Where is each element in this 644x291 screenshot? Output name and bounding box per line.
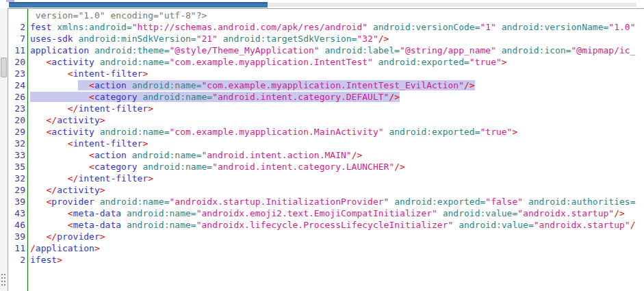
code-line[interactable]: </activity>	[30, 184, 644, 196]
token	[127, 150, 132, 160]
token: <	[89, 150, 94, 160]
code-line[interactable]: <category android:name="android.intent.c…	[30, 91, 644, 103]
code-line[interactable]: fest xmlns:android="http://schemas.andro…	[30, 21, 644, 33]
code-line[interactable]: version="1.0" encoding="utf-8"?>	[30, 10, 644, 21]
token: android:value=	[459, 220, 534, 230]
token: android:name=	[132, 150, 202, 160]
line-number: 11	[8, 242, 25, 254]
token	[121, 208, 127, 218]
selected-token: android:name=	[132, 80, 202, 90]
token	[523, 197, 528, 207]
code-line[interactable]: <meta-data android:name="androidx.lifecy…	[30, 219, 644, 231]
token	[30, 162, 89, 172]
token: "androidx.startup"	[517, 208, 614, 218]
token: "true"	[469, 57, 502, 67]
token: </	[46, 115, 57, 125]
line-number: 33	[8, 149, 25, 161]
token: action	[94, 150, 127, 160]
code-line[interactable]: <intent-filter>	[30, 138, 644, 149]
line-number: 39	[8, 196, 25, 207]
line-number: 24	[8, 79, 25, 91]
line-number: 32	[8, 138, 25, 149]
token	[30, 57, 46, 67]
selected-token: "com.example.myapplication.IntentTest_Ev…	[201, 80, 464, 90]
token: "1"	[480, 22, 495, 32]
code-line[interactable]: <action android:name="android.intent.act…	[30, 149, 644, 161]
gutter-divider	[27, 9, 28, 291]
token: "1.0"	[608, 22, 635, 32]
token: /	[30, 243, 36, 253]
token: </	[68, 173, 79, 184]
line-number: 11	[8, 45, 25, 56]
selected-token: category	[94, 92, 138, 102]
code-line[interactable]: application android:theme="@style/Theme_…	[30, 45, 644, 56]
token: intent-filter	[78, 103, 148, 114]
token: activity	[57, 185, 100, 195]
token: <	[68, 138, 73, 149]
token: >	[94, 243, 100, 253]
selected-token: "android.intent.category.DEFAULT"	[212, 92, 389, 102]
code-line[interactable]: <provider android:name="androidx.startup…	[30, 196, 644, 207]
code-line[interactable]: <meta-data android:name="androidx.emoji2…	[30, 207, 644, 219]
token: android:minSdkVersion=	[78, 34, 196, 44]
token: intent-filter	[73, 68, 143, 79]
line-number: 23	[8, 68, 25, 79]
code-line[interactable]: <activity android:name="com.example.myap…	[30, 126, 644, 138]
token	[453, 220, 459, 230]
token: >	[512, 127, 517, 137]
selected-token	[127, 80, 132, 90]
code-line[interactable]: <category android:name="android.intent.c…	[30, 161, 644, 173]
code-line[interactable]: </activity>	[30, 114, 644, 126]
code-line[interactable]: </intent-filter>	[30, 103, 644, 114]
token: xmlns:android=	[57, 22, 132, 32]
token	[30, 138, 68, 149]
code-line[interactable]: </intent-filter>	[30, 173, 644, 184]
token: "32"	[357, 34, 378, 44]
token: /	[630, 220, 636, 230]
code-line[interactable]: <intent-filter>	[30, 68, 644, 79]
token: "androidx.startup.InitializationProvider…	[170, 197, 389, 207]
token: "21"	[196, 34, 218, 44]
code-line[interactable]: </provider>	[30, 231, 644, 242]
token	[437, 208, 443, 218]
token: >	[57, 255, 62, 265]
horizontal-scrollbar-thumb[interactable]	[9, 2, 268, 8]
token: version="1.0" encoding="utf-8"?>	[30, 10, 207, 21]
token: meta-data	[73, 208, 121, 218]
code-line[interactable]: <action android:name="com.example.myappl…	[30, 79, 644, 91]
token: application	[36, 243, 94, 253]
xml-editor-panel: 271120232426232029323335322939434639112 …	[8, 8, 644, 291]
token: category	[94, 162, 138, 172]
selected-token	[30, 92, 89, 102]
code-line[interactable]: uses-sdk android:minSdkVersion="21" andr…	[30, 33, 644, 45]
token: <	[89, 162, 94, 172]
token: <	[68, 220, 73, 230]
code-line[interactable]: ifest>	[30, 254, 644, 266]
token: android:exported=	[394, 197, 485, 207]
token: "false"	[485, 197, 523, 207]
token	[89, 45, 94, 55]
token	[218, 34, 223, 44]
token: android:exported=	[378, 57, 469, 67]
token	[368, 22, 373, 32]
token	[30, 115, 46, 125]
code-line[interactable]: <activity android:name="com.example.myap…	[30, 56, 644, 68]
vertical-scrollbar-track[interactable]	[0, 8, 7, 291]
token	[121, 220, 127, 230]
token: ifest	[30, 255, 57, 265]
line-number: 46	[8, 219, 25, 231]
line-number: 20	[8, 114, 25, 126]
selected-token: android:name=	[142, 92, 212, 102]
resize-grip[interactable]	[1, 274, 3, 275]
token	[496, 22, 502, 32]
token: >	[142, 138, 148, 149]
vertical-scrollbar-thumb[interactable]	[1, 58, 7, 77]
code-area[interactable]: version="1.0" encoding="utf-8"?>fest xml…	[30, 10, 644, 291]
token: </	[68, 103, 79, 114]
code-line[interactable]: /application>	[30, 242, 644, 254]
token: uses-sdk	[30, 34, 73, 44]
line-number: 43	[8, 207, 25, 219]
token: />	[378, 34, 389, 44]
token: intent-filter	[73, 138, 143, 149]
token: activity	[57, 115, 100, 125]
